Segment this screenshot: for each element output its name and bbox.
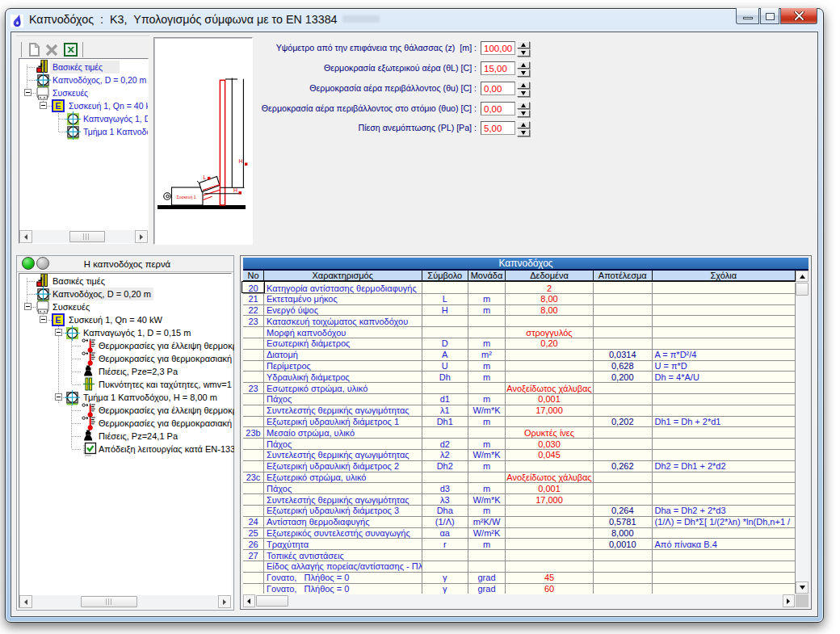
svg-text:H: H (239, 158, 243, 164)
